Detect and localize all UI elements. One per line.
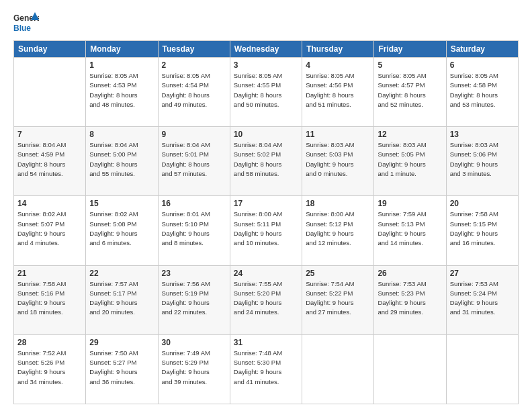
day-number: 20 bbox=[450, 199, 515, 208]
day-number: 13 bbox=[450, 130, 515, 139]
day-info: Sunrise: 8:00 AMSunset: 5:12 PMDaylight:… bbox=[306, 210, 370, 248]
week-row-3: 21Sunrise: 7:58 AMSunset: 5:16 PMDayligh… bbox=[14, 265, 519, 334]
day-info: Sunrise: 7:53 AMSunset: 5:23 PMDaylight:… bbox=[378, 279, 442, 318]
day-number: 25 bbox=[306, 269, 370, 278]
day-info: Sunrise: 7:57 AMSunset: 5:17 PMDaylight:… bbox=[89, 279, 154, 318]
day-info: Sunrise: 7:56 AMSunset: 5:19 PMDaylight:… bbox=[162, 279, 226, 318]
day-cell: 14Sunrise: 8:02 AMSunset: 5:07 PMDayligh… bbox=[14, 196, 86, 265]
day-info: Sunrise: 7:58 AMSunset: 5:15 PMDaylight:… bbox=[450, 210, 515, 248]
day-info: Sunrise: 8:05 AMSunset: 4:55 PMDaylight:… bbox=[234, 71, 298, 109]
day-cell: 30Sunrise: 7:49 AMSunset: 5:29 PMDayligh… bbox=[158, 334, 230, 404]
week-row-0: 1Sunrise: 8:05 AMSunset: 4:53 PMDaylight… bbox=[14, 58, 519, 127]
day-cell bbox=[302, 334, 374, 404]
day-of-week-tuesday: Tuesday bbox=[158, 41, 230, 58]
day-cell: 26Sunrise: 7:53 AMSunset: 5:23 PMDayligh… bbox=[374, 265, 446, 334]
day-cell: 4Sunrise: 8:05 AMSunset: 4:56 PMDaylight… bbox=[302, 58, 374, 127]
week-row-4: 28Sunrise: 7:52 AMSunset: 5:26 PMDayligh… bbox=[14, 334, 519, 404]
day-info: Sunrise: 8:05 AMSunset: 4:56 PMDaylight:… bbox=[306, 71, 370, 109]
day-info: Sunrise: 7:58 AMSunset: 5:16 PMDaylight:… bbox=[17, 279, 82, 318]
day-number: 14 bbox=[17, 199, 82, 208]
day-number: 30 bbox=[162, 338, 226, 347]
day-cell: 24Sunrise: 7:55 AMSunset: 5:20 PMDayligh… bbox=[230, 265, 302, 334]
day-number: 24 bbox=[234, 269, 298, 278]
day-cell: 11Sunrise: 8:03 AMSunset: 5:03 PMDayligh… bbox=[302, 127, 374, 196]
day-info: Sunrise: 8:04 AMSunset: 5:00 PMDaylight:… bbox=[89, 140, 154, 179]
day-cell: 28Sunrise: 7:52 AMSunset: 5:26 PMDayligh… bbox=[14, 334, 86, 404]
day-cell: 16Sunrise: 8:01 AMSunset: 5:10 PMDayligh… bbox=[158, 196, 230, 265]
day-info: Sunrise: 8:05 AMSunset: 4:58 PMDaylight:… bbox=[450, 71, 515, 109]
day-info: Sunrise: 7:48 AMSunset: 5:30 PMDaylight:… bbox=[234, 349, 298, 387]
day-cell bbox=[14, 58, 86, 127]
day-info: Sunrise: 8:03 AMSunset: 5:03 PMDaylight:… bbox=[306, 140, 370, 179]
svg-text:Blue: Blue bbox=[13, 24, 31, 33]
week-row-2: 14Sunrise: 8:02 AMSunset: 5:07 PMDayligh… bbox=[14, 196, 519, 265]
day-cell: 22Sunrise: 7:57 AMSunset: 5:17 PMDayligh… bbox=[86, 265, 158, 334]
calendar-page: GeneralBlue SundayMondayTuesdayWednesday… bbox=[0, 0, 532, 411]
day-cell: 7Sunrise: 8:04 AMSunset: 4:59 PMDaylight… bbox=[14, 127, 86, 196]
day-number: 10 bbox=[234, 130, 298, 139]
day-number: 5 bbox=[378, 60, 442, 70]
day-cell: 1Sunrise: 8:05 AMSunset: 4:53 PMDaylight… bbox=[86, 58, 158, 127]
day-number: 6 bbox=[450, 60, 515, 70]
day-cell: 21Sunrise: 7:58 AMSunset: 5:16 PMDayligh… bbox=[14, 265, 86, 334]
day-of-week-saturday: Saturday bbox=[446, 41, 518, 58]
day-cell: 31Sunrise: 7:48 AMSunset: 5:30 PMDayligh… bbox=[230, 334, 302, 404]
week-row-1: 7Sunrise: 8:04 AMSunset: 4:59 PMDaylight… bbox=[14, 127, 519, 196]
day-cell: 3Sunrise: 8:05 AMSunset: 4:55 PMDaylight… bbox=[230, 58, 302, 127]
day-info: Sunrise: 7:52 AMSunset: 5:26 PMDaylight:… bbox=[17, 349, 82, 387]
day-info: Sunrise: 7:53 AMSunset: 5:24 PMDaylight:… bbox=[450, 279, 515, 318]
day-of-week-wednesday: Wednesday bbox=[230, 41, 302, 58]
day-number: 8 bbox=[89, 130, 154, 139]
day-cell: 17Sunrise: 8:00 AMSunset: 5:11 PMDayligh… bbox=[230, 196, 302, 265]
day-number: 7 bbox=[17, 130, 82, 139]
day-cell: 25Sunrise: 7:54 AMSunset: 5:22 PMDayligh… bbox=[302, 265, 374, 334]
calendar-table: SundayMondayTuesdayWednesdayThursdayFrid… bbox=[13, 40, 519, 404]
day-number: 21 bbox=[17, 269, 82, 278]
day-info: Sunrise: 8:05 AMSunset: 4:54 PMDaylight:… bbox=[162, 71, 226, 109]
day-number: 1 bbox=[89, 60, 154, 70]
day-number: 12 bbox=[378, 130, 442, 139]
day-of-week-thursday: Thursday bbox=[302, 41, 374, 58]
day-number: 19 bbox=[378, 199, 442, 208]
day-number: 28 bbox=[17, 338, 82, 347]
day-cell: 5Sunrise: 8:05 AMSunset: 4:57 PMDaylight… bbox=[374, 58, 446, 127]
day-number: 15 bbox=[89, 199, 154, 208]
day-info: Sunrise: 7:55 AMSunset: 5:20 PMDaylight:… bbox=[234, 279, 298, 318]
day-info: Sunrise: 7:59 AMSunset: 5:13 PMDaylight:… bbox=[378, 210, 442, 248]
day-cell: 15Sunrise: 8:02 AMSunset: 5:08 PMDayligh… bbox=[86, 196, 158, 265]
day-cell: 9Sunrise: 8:04 AMSunset: 5:01 PMDaylight… bbox=[158, 127, 230, 196]
day-number: 4 bbox=[306, 60, 370, 70]
day-info: Sunrise: 7:50 AMSunset: 5:27 PMDaylight:… bbox=[89, 349, 154, 387]
day-cell: 23Sunrise: 7:56 AMSunset: 5:19 PMDayligh… bbox=[158, 265, 230, 334]
day-of-week-sunday: Sunday bbox=[14, 41, 86, 58]
day-info: Sunrise: 8:04 AMSunset: 4:59 PMDaylight:… bbox=[17, 140, 82, 179]
day-number: 3 bbox=[234, 60, 298, 70]
day-of-week-friday: Friday bbox=[374, 41, 446, 58]
day-number: 27 bbox=[450, 269, 515, 278]
day-info: Sunrise: 8:03 AMSunset: 5:06 PMDaylight:… bbox=[450, 140, 515, 179]
day-info: Sunrise: 8:02 AMSunset: 5:07 PMDaylight:… bbox=[17, 210, 82, 248]
day-number: 22 bbox=[89, 269, 154, 278]
day-cell bbox=[374, 334, 446, 404]
day-number: 17 bbox=[234, 199, 298, 208]
day-of-week-monday: Monday bbox=[86, 41, 158, 58]
day-cell: 18Sunrise: 8:00 AMSunset: 5:12 PMDayligh… bbox=[302, 196, 374, 265]
day-info: Sunrise: 8:00 AMSunset: 5:11 PMDaylight:… bbox=[234, 210, 298, 248]
day-number: 31 bbox=[234, 338, 298, 347]
logo: GeneralBlue bbox=[13, 12, 39, 34]
day-cell: 6Sunrise: 8:05 AMSunset: 4:58 PMDaylight… bbox=[446, 58, 518, 127]
day-info: Sunrise: 8:05 AMSunset: 4:53 PMDaylight:… bbox=[89, 71, 154, 109]
day-cell: 29Sunrise: 7:50 AMSunset: 5:27 PMDayligh… bbox=[86, 334, 158, 404]
header-row: SundayMondayTuesdayWednesdayThursdayFrid… bbox=[14, 41, 519, 58]
day-cell: 10Sunrise: 8:04 AMSunset: 5:02 PMDayligh… bbox=[230, 127, 302, 196]
header: GeneralBlue bbox=[13, 12, 519, 34]
day-number: 9 bbox=[162, 130, 226, 139]
day-cell: 8Sunrise: 8:04 AMSunset: 5:00 PMDaylight… bbox=[86, 127, 158, 196]
day-number: 2 bbox=[162, 60, 226, 70]
day-cell bbox=[446, 334, 518, 404]
day-cell: 27Sunrise: 7:53 AMSunset: 5:24 PMDayligh… bbox=[446, 265, 518, 334]
day-number: 18 bbox=[306, 199, 370, 208]
day-number: 16 bbox=[162, 199, 226, 208]
day-cell: 12Sunrise: 8:03 AMSunset: 5:05 PMDayligh… bbox=[374, 127, 446, 196]
day-info: Sunrise: 8:01 AMSunset: 5:10 PMDaylight:… bbox=[162, 210, 226, 248]
